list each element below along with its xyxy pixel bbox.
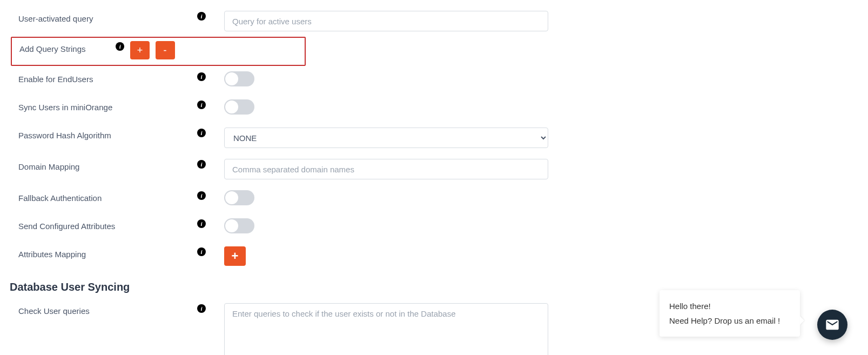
row-password-hash: Password Hash Algorithm i NONE bbox=[0, 122, 868, 153]
remove-query-string-button[interactable]: - bbox=[156, 41, 175, 59]
info-icon[interactable]: i bbox=[116, 42, 124, 51]
add-query-string-button[interactable]: + bbox=[130, 41, 150, 59]
help-chat-popup: Hello there! Need Help? Drop us an email… bbox=[660, 290, 800, 337]
domain-mapping-input[interactable] bbox=[224, 159, 548, 179]
label-send-attrs: Send Configured Attributes bbox=[0, 218, 197, 231]
row-domain-mapping: Domain Mapping i bbox=[0, 153, 868, 185]
check-user-queries-textarea[interactable] bbox=[224, 303, 548, 355]
label-attr-mapping: Attributes Mapping bbox=[0, 246, 197, 259]
help-chat-button[interactable] bbox=[817, 310, 847, 340]
row-add-query-strings: Add Query Strings i + - bbox=[11, 37, 306, 66]
info-icon[interactable]: i bbox=[197, 304, 206, 313]
info-icon[interactable]: i bbox=[197, 160, 206, 169]
row-fallback-auth: Fallback Authentication i bbox=[0, 185, 868, 213]
info-icon[interactable]: i bbox=[197, 219, 206, 228]
label-check-user-queries: Check User queries bbox=[0, 303, 197, 316]
row-send-attrs: Send Configured Attributes i bbox=[0, 213, 868, 241]
user-activated-query-input[interactable] bbox=[224, 11, 548, 31]
info-icon[interactable]: i bbox=[197, 247, 206, 256]
info-icon[interactable]: i bbox=[197, 129, 206, 137]
row-attr-mapping: Attributes Mapping i + bbox=[0, 241, 868, 271]
label-enable-endusers: Enable for EndUsers bbox=[0, 71, 197, 84]
enable-endusers-toggle[interactable] bbox=[224, 71, 254, 86]
row-user-activated-query: User-activated query i bbox=[0, 5, 868, 37]
row-enable-endusers: Enable for EndUsers i bbox=[0, 66, 868, 94]
sync-users-toggle[interactable] bbox=[224, 99, 254, 115]
info-icon[interactable]: i bbox=[197, 101, 206, 109]
label-user-activated-query: User-activated query bbox=[0, 11, 197, 23]
help-chat-line1: Hello there! bbox=[669, 299, 790, 313]
row-sync-users: Sync Users in miniOrange i bbox=[0, 94, 868, 122]
label-password-hash: Password Hash Algorithm bbox=[0, 128, 197, 140]
info-icon[interactable]: i bbox=[197, 12, 206, 21]
info-icon[interactable]: i bbox=[197, 72, 206, 81]
fallback-auth-toggle[interactable] bbox=[224, 190, 254, 205]
label-domain-mapping: Domain Mapping bbox=[0, 159, 197, 171]
send-attrs-toggle[interactable] bbox=[224, 218, 254, 233]
label-fallback-auth: Fallback Authentication bbox=[0, 190, 197, 203]
info-icon[interactable]: i bbox=[197, 191, 206, 200]
mail-icon bbox=[825, 317, 840, 332]
help-chat-line2: Need Help? Drop us an email ! bbox=[669, 313, 790, 328]
add-attribute-mapping-button[interactable]: + bbox=[224, 246, 246, 266]
password-hash-select[interactable]: NONE bbox=[224, 128, 548, 148]
label-add-query-strings: Add Query Strings bbox=[12, 41, 116, 53]
label-sync-users: Sync Users in miniOrange bbox=[0, 99, 197, 112]
